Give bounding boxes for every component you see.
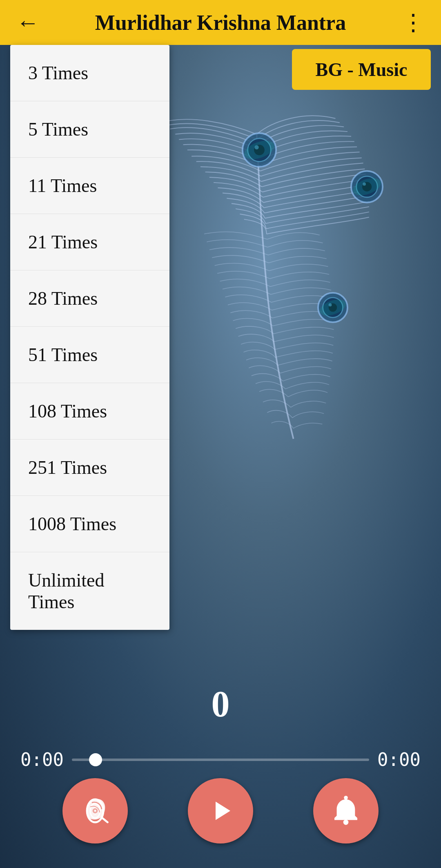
svg-point-19 <box>94 810 96 812</box>
dropdown-item-251[interactable]: 251 Times <box>10 440 169 496</box>
dropdown-item-28[interactable]: 28 Times <box>10 270 169 327</box>
progress-area: 0:00 0:00 <box>0 749 441 770</box>
bell-button[interactable] <box>313 778 379 843</box>
progress-thumb[interactable] <box>89 753 102 766</box>
back-button[interactable]: ← <box>16 11 39 34</box>
counter-display: 0 <box>0 683 441 725</box>
time-end: 0:00 <box>377 749 421 770</box>
dropdown-item-3[interactable]: 3 Times <box>10 45 169 101</box>
repeat-count-dropdown: 3 Times 5 Times 11 Times 21 Times 28 Tim… <box>10 45 169 630</box>
feather-image <box>135 82 421 449</box>
dropdown-item-1008[interactable]: 1008 Times <box>10 496 169 552</box>
dropdown-item-21[interactable]: 21 Times <box>10 214 169 270</box>
page-title: Murlidhar Krishna Mantra <box>95 11 346 35</box>
play-button[interactable] <box>188 778 253 843</box>
bottom-controls <box>0 778 441 843</box>
conch-button[interactable] <box>62 778 128 843</box>
more-options-button[interactable]: ⋮ <box>402 11 425 34</box>
bg-music-button[interactable]: BG - Music <box>292 49 431 90</box>
svg-marker-20 <box>216 802 230 820</box>
time-start: 0:00 <box>20 749 64 770</box>
progress-track[interactable] <box>72 759 369 761</box>
top-bar: ← Murlidhar Krishna Mantra ⋮ <box>0 0 441 45</box>
dropdown-item-108[interactable]: 108 Times <box>10 383 169 440</box>
dropdown-item-5[interactable]: 5 Times <box>10 101 169 158</box>
dropdown-item-11[interactable]: 11 Times <box>10 158 169 214</box>
bg-music-label: BG - Music <box>316 59 408 80</box>
dropdown-item-unlimited[interactable]: Unlimited Times <box>10 552 169 630</box>
svg-point-23 <box>344 796 348 800</box>
dropdown-item-51[interactable]: 51 Times <box>10 327 169 383</box>
